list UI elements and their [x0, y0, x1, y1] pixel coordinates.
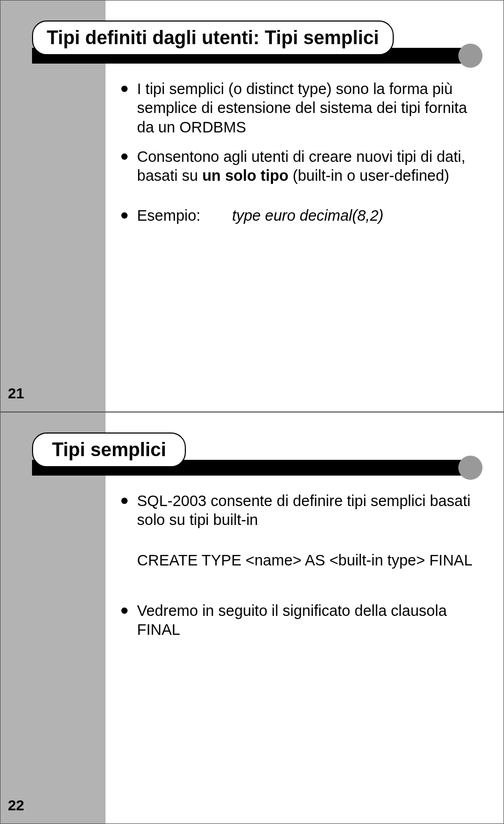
- slide-2: Tipi semplici SQL-2003 consente di defin…: [0, 412, 504, 824]
- slide-title: Tipi definiti dagli utenti: Tipi semplic…: [47, 27, 379, 48]
- title-knob: [458, 456, 482, 480]
- bullet-item: I tipi semplici (o distinct type) sono l…: [121, 79, 477, 137]
- slide-title: Tipi semplici: [52, 439, 166, 460]
- bullet-item: SQL-2003 consente di definire tipi sempl…: [121, 491, 477, 530]
- page-number: 21: [8, 385, 24, 402]
- slide-title-box: Tipi definiti dagli utenti: Tipi semplic…: [32, 20, 394, 55]
- bullet-text: I tipi semplici (o distinct type) sono l…: [137, 80, 467, 136]
- page-number: 22: [8, 797, 24, 814]
- bullet-item: Esempio: type euro decimal(8,2): [121, 206, 477, 225]
- bullet-item: Vedremo in seguito il significato della …: [121, 601, 477, 640]
- example-value: type euro decimal(8,2): [232, 206, 384, 225]
- bullet-text: Consentono agli utenti di creare nuovi t…: [137, 148, 466, 184]
- bullet-text: Vedremo in seguito il significato della …: [137, 602, 447, 638]
- slide-content: I tipi semplici (o distinct type) sono l…: [121, 79, 477, 236]
- bullet-text: SQL-2003 consente di definire tipi sempl…: [137, 492, 470, 528]
- slide-1: Tipi definiti dagli utenti: Tipi semplic…: [0, 0, 504, 412]
- code-line: CREATE TYPE <name> AS <built-in type> FI…: [137, 551, 477, 570]
- slide-content: SQL-2003 consente di definire tipi sempl…: [121, 491, 477, 650]
- bullet-item: Consentono agli utenti di creare nuovi t…: [121, 147, 477, 186]
- title-knob: [458, 44, 482, 68]
- slide-title-box: Tipi semplici: [32, 432, 186, 467]
- example-label: Esempio:: [137, 206, 201, 225]
